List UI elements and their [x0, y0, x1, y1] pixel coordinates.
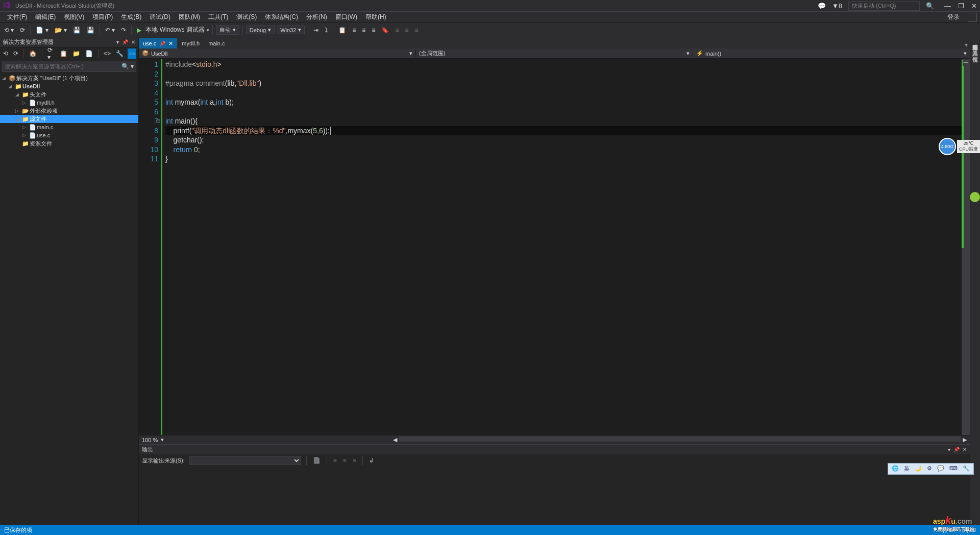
tb-btn-1[interactable]: 📋: [336, 26, 348, 35]
code-content[interactable]: #include<stdio.h>#pragma comment(lib,"Dl…: [162, 59, 962, 435]
nav-func-scope[interactable]: ⚡ main()▾: [693, 50, 970, 57]
save-button[interactable]: 💾: [71, 26, 83, 35]
output-wrap-button[interactable]: ↲: [368, 456, 375, 465]
vertical-scrollbar[interactable]: —: [962, 59, 970, 435]
menu-help[interactable]: 帮助(H): [361, 12, 390, 22]
pin-icon[interactable]: 📌: [159, 41, 165, 46]
menu-file[interactable]: 文件(F): [3, 12, 31, 22]
solexp-fwd-button[interactable]: ⟳: [12, 49, 19, 58]
undo-button[interactable]: ↶ ▾: [103, 26, 117, 35]
output-clear-button[interactable]: ≡: [352, 456, 357, 465]
split-button[interactable]: —: [963, 60, 969, 66]
ime-lang[interactable]: 英: [902, 465, 911, 473]
tb-btn-4[interactable]: ≡: [370, 26, 377, 35]
ime-kbd-icon[interactable]: ⌨: [948, 465, 959, 473]
search-icon[interactable]: 🔍: [926, 2, 934, 10]
nav-fwd-button[interactable]: ⟳: [18, 26, 27, 35]
tb-btn-5[interactable]: 🔖: [379, 26, 391, 35]
menu-arch[interactable]: 体系结构(C): [261, 12, 302, 22]
start-debug-button[interactable]: ▶: [135, 26, 143, 35]
tree-solution[interactable]: ◢📦解决方案 "UseDll" (1 个项目): [0, 74, 138, 82]
ime-toolbar[interactable]: 🌐 英 🌙 ⚙ 💬 ⌨ 🔧: [888, 463, 974, 475]
tab-overflow-button[interactable]: ▾: [965, 41, 970, 48]
close-icon[interactable]: ✕: [168, 40, 173, 47]
menu-edit[interactable]: 编辑(E): [31, 12, 60, 22]
tb-btn-8[interactable]: ≡: [412, 26, 420, 35]
output-body[interactable]: [139, 467, 970, 525]
login-link[interactable]: 登录: [943, 12, 964, 22]
maximize-button[interactable]: ❐: [958, 2, 964, 10]
flag-icon[interactable]: ▼8: [832, 2, 842, 10]
code-editor[interactable]: 1234567891011 #include<stdio.h>#pragma c…: [139, 59, 970, 435]
tb-btn-7[interactable]: ≡: [403, 26, 410, 35]
save-all-button[interactable]: 💾: [85, 26, 96, 35]
panel-pin-icon[interactable]: 📌: [122, 39, 128, 45]
config-mode-dropdown[interactable]: Debug ▾: [246, 26, 275, 34]
debug-target-label[interactable]: 本地 Windows 调试器: [145, 26, 204, 34]
tree-external-folder[interactable]: ▷📂外部依赖项: [0, 107, 138, 115]
ime-globe-icon[interactable]: 🌐: [890, 465, 900, 473]
tab-mydll-h[interactable]: mydll.h: [178, 38, 204, 48]
solexp-code-button[interactable]: <>: [103, 49, 112, 58]
tree-main-c[interactable]: ▷📄main.c: [0, 123, 138, 131]
feedback-icon[interactable]: 💬: [818, 2, 826, 10]
tree-project[interactable]: ◢📁UseDll: [0, 82, 138, 90]
solexp-refresh-button[interactable]: ⟳ ▾: [46, 45, 56, 62]
tab-use-c[interactable]: use.c📌✕: [139, 38, 177, 48]
panel-close-icon[interactable]: ✕: [131, 39, 135, 45]
menu-project[interactable]: 项目(P): [88, 12, 117, 22]
new-project-button[interactable]: 📄 ▾: [34, 26, 50, 35]
rail-server-explorer[interactable]: 服务器资源管理器: [970, 37, 980, 43]
output-prev-button[interactable]: ≡: [332, 456, 338, 465]
output-source-dropdown[interactable]: [189, 456, 301, 465]
panel-pin-icon[interactable]: 📌: [953, 447, 960, 452]
solexp-preview-button[interactable]: ▭: [128, 48, 136, 59]
tab-main-c[interactable]: main.c: [204, 38, 229, 48]
minimize-button[interactable]: —: [944, 2, 951, 10]
config-auto-dropdown[interactable]: 自动 ▾: [216, 25, 239, 35]
output-next-button[interactable]: ≡: [342, 456, 348, 465]
rail-toolbox[interactable]: 工具箱: [970, 43, 980, 50]
ime-msg-icon[interactable]: 💬: [936, 465, 946, 473]
nav-back-button[interactable]: ⟲ ▾: [2, 26, 16, 35]
panel-dropdown-icon[interactable]: ▾: [948, 447, 950, 452]
menu-build[interactable]: 生成(B): [117, 12, 145, 22]
menu-window[interactable]: 窗口(W): [331, 12, 361, 22]
hscroll-right-icon[interactable]: ▶: [963, 436, 967, 443]
step-into-button[interactable]: ⇥: [311, 26, 321, 35]
config-platform-dropdown[interactable]: Win32 ▾: [277, 26, 305, 34]
nav-project-scope[interactable]: 📦 UseDll▾: [139, 50, 416, 57]
solexp-back-button[interactable]: ⟲: [2, 49, 9, 58]
solexp-collapse-button[interactable]: 📄: [84, 49, 94, 58]
tb-btn-2[interactable]: ≡: [350, 26, 358, 35]
cpu-widget[interactable]: 4.80G 25℃ CPU温度: [939, 138, 980, 155]
rail-properties[interactable]: 属性: [970, 50, 980, 56]
menu-tools[interactable]: 工具(T): [204, 12, 232, 22]
solexp-showall-button[interactable]: 📁: [71, 49, 81, 58]
zoom-level[interactable]: 100 %: [142, 437, 158, 443]
nav-global-scope[interactable]: (全局范围)▾: [416, 50, 693, 57]
menu-debug[interactable]: 调试(D): [145, 12, 175, 22]
solexp-home-button[interactable]: 🏠: [28, 49, 38, 58]
tree-source-folder[interactable]: ◢📁源文件: [0, 115, 138, 123]
menu-analyze[interactable]: 分析(N): [302, 12, 331, 22]
solexp-sync-button[interactable]: 📋: [59, 49, 68, 58]
redo-button[interactable]: ↷: [119, 26, 128, 35]
ime-gear-icon[interactable]: ⚙: [925, 465, 934, 473]
tree-resources-folder[interactable]: 📁资源文件: [0, 139, 138, 148]
open-button[interactable]: 📂 ▾: [53, 26, 69, 35]
tree-headers-folder[interactable]: ◢📁头文件: [0, 90, 138, 99]
tree-use-c[interactable]: ▷📄use.c: [0, 131, 138, 139]
output-find-button[interactable]: 📄: [312, 456, 322, 465]
menu-test[interactable]: 测试(S): [232, 12, 261, 22]
zoom-dropdown-icon[interactable]: ▾: [161, 436, 164, 443]
tb-btn-6[interactable]: ≡: [393, 26, 401, 35]
search-icon[interactable]: 🔍 ▾: [121, 63, 134, 70]
panel-dropdown-icon[interactable]: ▾: [116, 39, 119, 45]
ime-moon-icon[interactable]: 🌙: [913, 465, 923, 473]
hscroll-left-icon[interactable]: ◀: [393, 436, 397, 443]
tb-btn-3[interactable]: ≡: [360, 26, 368, 35]
panel-close-icon[interactable]: ✕: [963, 447, 967, 452]
menu-view[interactable]: 视图(V): [60, 12, 88, 22]
close-button[interactable]: ✕: [971, 2, 977, 10]
